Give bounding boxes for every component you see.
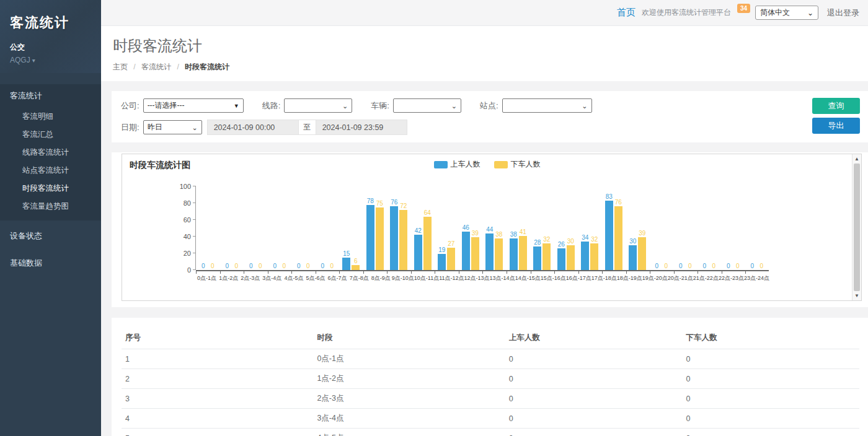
sidebar-item[interactable]: 设备状态 — [0, 224, 101, 248]
table-cell: 1点-2点 — [313, 369, 505, 389]
org-code-dropdown[interactable]: AQGJ▾ — [10, 56, 91, 64]
bar — [342, 258, 350, 270]
sidebar-item[interactable]: 基础数据 — [0, 251, 101, 275]
sidebar-subitem[interactable]: 线路客流统计 — [0, 144, 101, 162]
y-axis-tick-mark — [193, 219, 196, 220]
col-header-index: 序号 — [122, 328, 313, 349]
bar — [438, 254, 446, 270]
bar-column: 46 — [462, 186, 470, 270]
scroll-down-icon[interactable]: ▼ — [852, 292, 861, 300]
table-panel: 序号 时段 上车人数 下车人数 10点-1点0021点-2点0032点-3点00… — [112, 318, 868, 436]
bar-value-label: 46 — [463, 224, 469, 231]
legend-item[interactable]: 下车人数 — [494, 159, 541, 170]
y-axis-tick-label: 40 — [184, 233, 191, 240]
bar-value-label: 0 — [330, 263, 334, 269]
export-button[interactable]: 导出 — [812, 118, 860, 134]
legend-label: 上车人数 — [451, 159, 480, 170]
language-selected-value: 简体中文 — [760, 7, 790, 18]
breadcrumb-separator: / — [177, 63, 179, 71]
x-axis-label: 21点-22点 — [693, 274, 719, 282]
scroll-up-icon[interactable]: ▲ — [852, 155, 861, 163]
vehicle-select[interactable]: ⌄ — [393, 98, 461, 113]
bar-column: 38 — [510, 186, 518, 270]
table-cell: 0 — [682, 349, 859, 369]
bar-value-label: 0 — [736, 263, 740, 269]
breadcrumb-section[interactable]: 客流统计 — [141, 63, 171, 71]
x-axis-label: 12点-13点 — [464, 274, 490, 282]
bar-column: 15 — [342, 186, 350, 270]
bar-column: 72 — [399, 186, 407, 270]
bar-value-label: 32 — [591, 236, 598, 243]
notification-badge[interactable]: 34 — [737, 4, 750, 13]
bar-value-label: 0 — [679, 263, 683, 269]
table-cell: 2 — [122, 369, 313, 389]
table-cell: 0 — [682, 409, 859, 429]
sidebar-subitem[interactable]: 客流明细 — [0, 108, 101, 126]
x-axis-labels: 0点-1点1点-2点2点-3点3点-4点4点-5点5点-6点6点-7点7点-8点… — [196, 274, 769, 282]
bar — [414, 235, 422, 270]
bar — [629, 245, 637, 271]
bar — [590, 243, 598, 270]
legend-item[interactable]: 上车人数 — [434, 159, 480, 170]
bar-column: 30 — [567, 186, 575, 270]
filter-row-1: 公司: ---请选择--- ▼ 线路: ⌄ 车辆: ⌄ 站点 — [121, 98, 806, 113]
col-header-alighting: 下车人数 — [682, 328, 859, 349]
line-select[interactable]: ⌄ — [284, 98, 352, 113]
station-select[interactable]: ⌄ — [502, 98, 592, 113]
bar — [366, 205, 374, 270]
sidebar-subitem[interactable]: 客流量趋势图 — [0, 198, 101, 216]
bar-column: 44 — [485, 186, 494, 270]
bar-group: 00 — [673, 186, 698, 270]
company-select[interactable]: ---请选择--- ▼ — [143, 98, 244, 113]
legend-label: 下车人数 — [511, 159, 541, 170]
station-label: 站点: — [480, 100, 498, 111]
sidebar-subitem[interactable]: 时段客流统计 — [0, 180, 101, 198]
app-brand: 客流统计 — [10, 14, 91, 32]
bar-value-label: 0 — [655, 263, 658, 269]
bar — [567, 245, 575, 271]
table-cell: 0 — [505, 409, 683, 429]
bar — [462, 232, 470, 270]
table-row: 54点-5点00 — [122, 429, 859, 436]
bar-column: 0 — [653, 186, 661, 270]
table-cell: 0点-1点 — [313, 349, 505, 369]
bar-value-label: 44 — [486, 226, 493, 233]
table-cell: 3 — [122, 389, 313, 409]
logout-link[interactable]: 退出登录 — [827, 7, 859, 19]
bar-column: 0 — [676, 186, 684, 270]
date-start-input[interactable] — [207, 120, 299, 135]
vehicle-label: 车辆: — [371, 100, 389, 111]
language-select[interactable]: 简体中文 ⌄ — [755, 6, 818, 20]
bar-value-label: 0 — [727, 263, 730, 269]
bar-group: 156 — [339, 186, 363, 270]
bar-value-label: 0 — [321, 263, 324, 269]
x-axis-label: 5点-6点 — [304, 274, 326, 282]
company-label: 公司: — [121, 100, 140, 111]
bar-column: 0 — [710, 186, 718, 270]
chart-scrollbar[interactable]: ▲ ▼ — [852, 154, 861, 300]
date-end-input[interactable] — [316, 120, 407, 135]
stats-table: 序号 时段 上车人数 下车人数 10点-1点0021点-2点0032点-3点00… — [122, 328, 859, 436]
table-row: 32点-3点00 — [122, 389, 859, 409]
bar — [638, 237, 646, 270]
query-button[interactable]: 查询 — [812, 98, 860, 114]
bar-column: 30 — [629, 186, 637, 270]
bar-value-label: 30 — [567, 238, 574, 245]
bar-column: 0 — [199, 186, 207, 270]
submenu: 客流明细客流汇总线路客流统计站点客流统计时段客流统计客流量趋势图 — [0, 108, 101, 216]
x-axis-label: 4点-5点 — [283, 274, 304, 282]
breadcrumb-current: 时段客流统计 — [185, 63, 229, 71]
x-axis-label: 16点-17点 — [566, 274, 591, 282]
date-range-select[interactable]: 昨日 ⌄ — [143, 120, 202, 134]
y-axis-tick-label: 0 — [187, 266, 191, 274]
home-link[interactable]: 首页 — [617, 7, 636, 19]
bar-column: 76 — [614, 186, 622, 270]
sidebar-subitem[interactable]: 客流汇总 — [0, 126, 101, 144]
sidebar-item-passenger-stats[interactable]: 客流统计 — [0, 84, 101, 108]
sidebar-subitem[interactable]: 站点客流统计 — [0, 162, 101, 180]
bar-column: 26 — [557, 186, 565, 270]
bar-value-label: 0 — [297, 263, 301, 269]
x-axis-label: 8点-9点 — [370, 274, 392, 282]
breadcrumb-home[interactable]: 主页 — [113, 63, 128, 71]
scrollbar-thumb[interactable] — [854, 164, 860, 291]
